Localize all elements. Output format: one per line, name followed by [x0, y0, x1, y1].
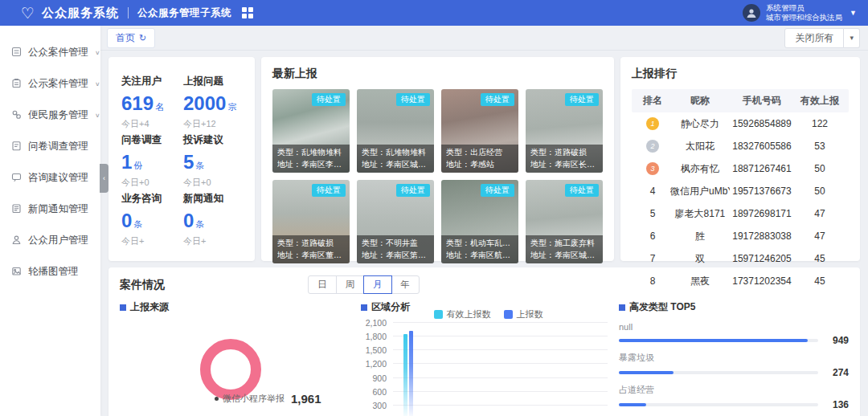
user-caret-icon: ▼ — [850, 9, 857, 17]
topbar: ♡ 公众服务系统 公众服务管理子系统 系统管理员 城市管理和综合执法局 ▼ — [0, 0, 868, 26]
donut-label-dot-icon — [215, 397, 219, 401]
period-button-周[interactable]: 周 — [336, 275, 365, 294]
report-info: 类型：道路破损地址：孝南区董湖社区A6... — [272, 235, 350, 263]
sidebar-item-2[interactable]: 公示案件管理∨ — [0, 68, 100, 100]
nickname-cell: 微信用户uMbY — [670, 185, 730, 198]
report-card[interactable]: 待处置类型：道路破损地址：孝南区董湖社区A6... — [272, 180, 350, 263]
medal-icon: 1 — [646, 117, 659, 130]
report-card[interactable]: 待处置类型：机动车乱停放地址：孝南区航天花园(... — [441, 180, 518, 263]
y-tick-label: 1,500 — [366, 345, 387, 355]
top-type-label: 占道经营 — [619, 384, 849, 396]
close-all-button[interactable]: 关闭所有 — [784, 28, 844, 48]
ranking-title: 上报排行 — [632, 67, 849, 81]
stat-unit: 条 — [133, 219, 142, 229]
bar-slot — [577, 323, 608, 416]
refresh-icon[interactable]: ↻ — [139, 33, 146, 43]
period-button-日[interactable]: 日 — [308, 275, 337, 294]
period-button-月[interactable]: 月 — [363, 275, 392, 294]
stat-card-6: 新闻通知0条今日+ — [183, 192, 242, 247]
period-button-年[interactable]: 年 — [391, 275, 420, 294]
report-card[interactable]: 待处置类型：道路破损地址：孝南区长征路(孝... — [526, 89, 603, 173]
report-type: 类型：道路破损 — [530, 147, 598, 159]
report-card[interactable]: 待处置类型：乱堆物堆料地址：孝南区城站路(孝... — [357, 89, 434, 173]
table-row[interactable]: 3枫亦有忆1887126746150 — [632, 157, 849, 180]
bar-有效上报数[interactable] — [403, 334, 407, 416]
nickname-cell: 静心尽力 — [670, 117, 730, 131]
rank-cell: 3 — [635, 162, 670, 175]
phone-cell: 19571376673 — [730, 186, 794, 197]
report-card[interactable]: 待处置类型：不明井盖地址：孝南区第一人民医... — [357, 180, 434, 263]
table-row[interactable]: 4微信用户uMbY1957137667350 — [632, 180, 849, 202]
logo-heart-icon: ♡ — [21, 6, 35, 21]
top-type-fill — [619, 371, 674, 374]
report-type: 类型：乱堆物堆料 — [277, 147, 345, 159]
stat-label: 新闻通知 — [183, 192, 242, 206]
legend-item[interactable]: 有效上报数 — [434, 308, 491, 320]
report-type: 类型：出店经营 — [446, 147, 514, 159]
stat-delta: 今日+0 — [121, 177, 180, 189]
sidebar-item-4[interactable]: 问卷调查管理 — [0, 131, 100, 162]
report-address: 地址：孝南区第一人民医... — [362, 250, 429, 262]
stat-label: 业务咨询 — [121, 192, 180, 206]
tab-home[interactable]: 首页 ↻ — [107, 28, 155, 48]
stat-value: 2000宗 — [183, 92, 242, 115]
report-type: 类型：乱堆物堆料 — [362, 147, 429, 159]
bar-slot — [547, 323, 577, 416]
donut-series-name: 微信小程序举报 — [223, 393, 285, 405]
ranking-table: 排名昵称手机号码有效上报 1静心尽力159268548891222太阳花1832… — [632, 89, 849, 292]
top-type-track — [619, 339, 818, 342]
report-info: 类型：乱堆物堆料地址：孝南区李花线(孝... — [272, 145, 350, 173]
sidebar-item-8[interactable]: 轮播图管理 — [0, 256, 100, 288]
top-type-track — [619, 403, 818, 406]
report-address: 地址：孝南区李花线(孝... — [277, 159, 345, 171]
sidebar-item-label: 公示案件管理 — [28, 77, 88, 91]
nickname-cell: 廖老大8171 — [670, 207, 730, 221]
top-type-value: 136 — [825, 399, 849, 410]
legend-item[interactable]: 上报数 — [504, 308, 543, 320]
bar-上报数[interactable] — [409, 331, 413, 416]
period-segmented-control: 日周月年 — [308, 275, 420, 294]
ranking-header-cell: 手机号码 — [730, 94, 794, 108]
sidebar-item-7[interactable]: 公众用户管理 — [0, 225, 100, 256]
brand: ♡ 公众服务系统 公众服务管理子系统 — [21, 6, 253, 21]
sidebar-item-6[interactable]: 新闻通知管理 — [0, 194, 100, 225]
close-all-caret-button[interactable]: ▾ — [844, 28, 860, 48]
sidebar-item-label: 咨询建议管理 — [28, 171, 94, 185]
sidebar-survey-icon — [11, 141, 22, 153]
table-row[interactable]: 6胜1917288303847 — [632, 225, 849, 247]
report-card[interactable]: 待处置类型：施工废弃料地址：孝南区城站路(亚... — [526, 180, 603, 263]
table-row[interactable]: 2太阳花1832760558653 — [632, 135, 849, 157]
status-badge: 待处置 — [312, 93, 346, 106]
status-badge: 待处置 — [312, 184, 346, 197]
report-card[interactable]: 待处置类型：乱堆物堆料地址：孝南区李花线(孝... — [272, 89, 350, 173]
phone-cell: 18327605586 — [730, 141, 794, 152]
table-row[interactable]: 1静心尽力15926854889122 — [632, 112, 849, 135]
ranking-header-cell: 排名 — [635, 94, 670, 108]
stat-label: 投诉建议 — [183, 133, 242, 147]
report-type: 类型：不明井盖 — [362, 238, 429, 250]
user-org: 城市管理和综合执法局 — [766, 13, 842, 22]
top-type-value: 949 — [825, 335, 849, 346]
sidebar-item-label: 公众用户管理 — [28, 234, 94, 247]
table-row[interactable]: 7双1597124620545 — [632, 247, 849, 270]
sidebar-item-5[interactable]: 咨询建议管理 — [0, 162, 100, 194]
bar-slot — [454, 323, 485, 416]
sidebar-news-icon — [11, 203, 22, 216]
app-root: ♡ 公众服务系统 公众服务管理子系统 系统管理员 城市管理和综合执法局 ▼ 公众… — [0, 0, 868, 416]
sidebar-collapse-handle[interactable]: ‹ — [100, 164, 108, 193]
top-type-track — [619, 371, 818, 374]
table-row[interactable]: 8黑夜1737120235445 — [632, 270, 849, 292]
sidebar-item-3[interactable]: 便民服务管理∨ — [0, 100, 100, 131]
table-row[interactable]: 5廖老大81711897269817147 — [632, 202, 849, 225]
status-badge: 待处置 — [396, 184, 430, 197]
report-card[interactable]: 待处置类型：出店经营地址：孝感站 — [441, 89, 518, 173]
count-cell: 122 — [794, 118, 845, 129]
sidebar-item-1[interactable]: 公众案件管理∨ — [0, 37, 100, 68]
user-menu[interactable]: 系统管理员 城市管理和综合执法局 ▼ — [743, 3, 857, 22]
status-badge: 待处置 — [481, 184, 514, 197]
stat-number: 5 — [183, 151, 194, 173]
phone-cell: 17371202354 — [730, 275, 794, 287]
apps-grid-icon[interactable] — [242, 7, 253, 18]
stat-delta: 今日+0 — [183, 177, 242, 189]
report-address: 地址：孝南区城站路(亚... — [530, 250, 598, 262]
